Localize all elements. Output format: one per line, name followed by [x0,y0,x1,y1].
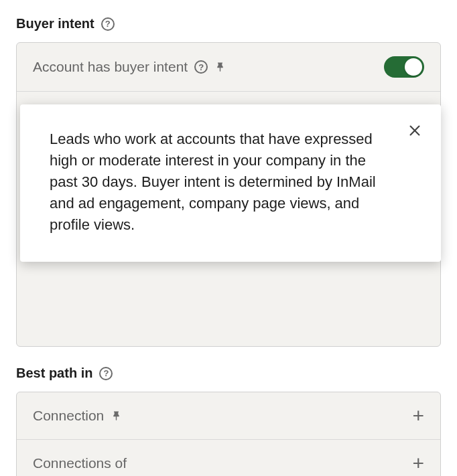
filter-row-account-buyer-intent[interactable]: Account has buyer intent ? [17,43,440,92]
section-title: Buyer intent [16,16,94,31]
filter-label: Connections of [33,455,127,471]
plus-icon[interactable]: + [412,406,424,426]
tooltip-text: Leads who work at accounts that have exp… [50,129,411,235]
plus-icon[interactable]: + [412,453,424,473]
filter-label: Connection [33,408,104,424]
filter-label: Account has buyer intent [33,59,188,75]
help-icon[interactable]: ? [194,60,208,74]
pin-icon[interactable] [214,62,226,73]
buyer-intent-tooltip: Leads who work at accounts that have exp… [20,104,441,262]
best-path-section: Best path in ? Connection + Connections … [16,366,441,476]
filter-row-left: Connection [33,408,122,424]
section-header: Best path in ? [16,366,441,381]
section-header: Buyer intent ? [16,16,441,31]
help-icon[interactable]: ? [101,17,115,31]
filter-row-connections-of[interactable]: Connections of + [17,440,440,476]
toggle-knob [405,58,422,76]
help-icon[interactable]: ? [99,367,113,380]
best-path-panel: Connection + Connections of + [16,392,441,476]
pin-icon[interactable] [111,410,122,422]
close-icon[interactable] [407,123,422,138]
filter-row-left: Connections of [33,455,127,471]
filter-row-connection[interactable]: Connection + [17,392,440,440]
section-title: Best path in [16,366,92,381]
filter-row-left: Account has buyer intent ? [33,59,226,75]
buyer-intent-toggle[interactable] [384,56,424,78]
